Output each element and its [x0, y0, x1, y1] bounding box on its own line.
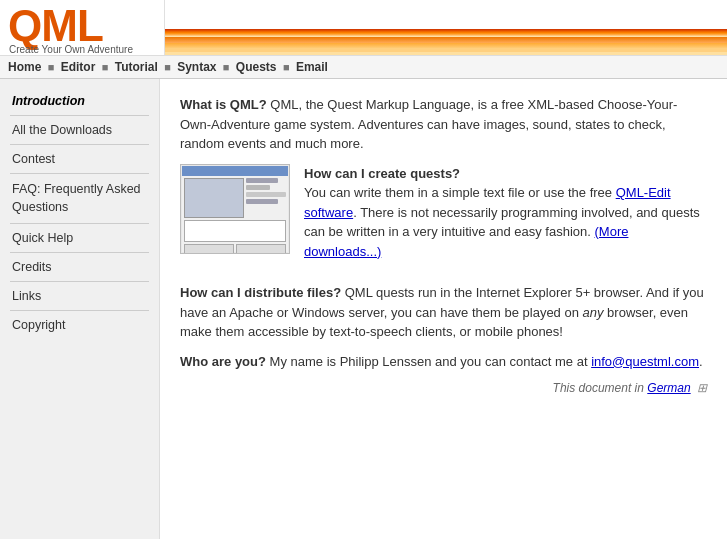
sidebar-item-downloads[interactable]: All the Downloads	[0, 118, 159, 142]
sidebar-item-contest[interactable]: Contest	[0, 147, 159, 171]
who-text: My name is Philipp Lenssen and you can c…	[266, 354, 591, 369]
sidebar-divider-7	[10, 310, 149, 311]
nav-tutorial[interactable]: Tutorial	[115, 60, 158, 74]
sidebar-item-quickhelp[interactable]: Quick Help	[0, 226, 159, 250]
how-to-create-text: How can I create quests? You can write t…	[304, 164, 707, 272]
who-para: Who are you? My name is Philipp Lenssen …	[180, 352, 707, 372]
doc-icon: ⊞	[697, 381, 707, 395]
main-content: What is QML? QML, the Quest Markup Langu…	[160, 79, 727, 539]
how-to-create-para: How can I create quests? You can write t…	[304, 164, 707, 262]
fake-row	[246, 199, 278, 204]
nav-home[interactable]: Home	[8, 60, 41, 74]
sidebar: Introduction All the Downloads Contest F…	[0, 79, 160, 539]
sidebar-divider-4	[10, 223, 149, 224]
how-to-create-cont: . There is not necessarily programming i…	[304, 205, 700, 240]
sidebar-divider-3	[10, 173, 149, 174]
what-is-qml-label: What is QML?	[180, 97, 267, 112]
email-link[interactable]: info@questml.com	[591, 354, 699, 369]
nav-sep-4: ■	[223, 61, 230, 73]
logo: QML	[8, 4, 103, 48]
sidebar-item-faq[interactable]: FAQ: Frequently Asked Questions	[0, 176, 159, 221]
sidebar-divider-6	[10, 281, 149, 282]
fake-row	[246, 185, 270, 190]
nav-sep-5: ■	[283, 61, 290, 73]
quest-screenshot	[180, 164, 290, 254]
navbar: Home ■ Editor ■ Tutorial ■ Syntax ■ Ques…	[0, 55, 727, 79]
sidebar-divider-1	[10, 115, 149, 116]
fake-row	[246, 192, 286, 197]
what-is-qml-para: What is QML? QML, the Quest Markup Langu…	[180, 95, 707, 154]
how-to-create-intro: You can write them in a simple text file…	[304, 185, 616, 200]
distribute-label: How can I distribute files?	[180, 285, 341, 300]
nav-sep-1: ■	[48, 61, 55, 73]
sidebar-divider-5	[10, 252, 149, 253]
top-header: QML Create Your Own Adventure	[0, 0, 727, 55]
german-link[interactable]: German	[647, 381, 690, 395]
doc-footer: This document in German ⊞	[180, 381, 707, 395]
fake-ss-titlebar	[182, 166, 288, 176]
sidebar-item-links[interactable]: Links	[0, 284, 159, 308]
nav-sep-2: ■	[102, 61, 109, 73]
nav-sep-3: ■	[164, 61, 171, 73]
nav-editor[interactable]: Editor	[61, 60, 96, 74]
quest-section: How can I create quests? You can write t…	[180, 164, 707, 272]
who-label: Who are you?	[180, 354, 266, 369]
distribute-para: How can I distribute files? QML quests r…	[180, 283, 707, 342]
nav-syntax[interactable]: Syntax	[177, 60, 216, 74]
sidebar-item-copyright[interactable]: Copyright	[0, 313, 159, 337]
nav-quests[interactable]: Quests	[236, 60, 277, 74]
logo-area: QML Create Your Own Adventure	[0, 0, 165, 55]
sidebar-item-credits[interactable]: Credits	[0, 255, 159, 279]
layout: Introduction All the Downloads Contest F…	[0, 79, 727, 539]
fake-screenshot	[182, 166, 288, 252]
logo-tagline: Create Your Own Adventure	[9, 44, 133, 55]
sidebar-divider-2	[10, 144, 149, 145]
any-italic: any	[583, 305, 604, 320]
fake-row	[246, 178, 278, 183]
nav-email[interactable]: Email	[296, 60, 328, 74]
fake-ss-body	[182, 176, 288, 252]
sidebar-item-introduction[interactable]: Introduction	[0, 89, 159, 113]
doc-footer-text: This document in	[553, 381, 648, 395]
how-to-create-label: How can I create quests?	[304, 166, 460, 181]
